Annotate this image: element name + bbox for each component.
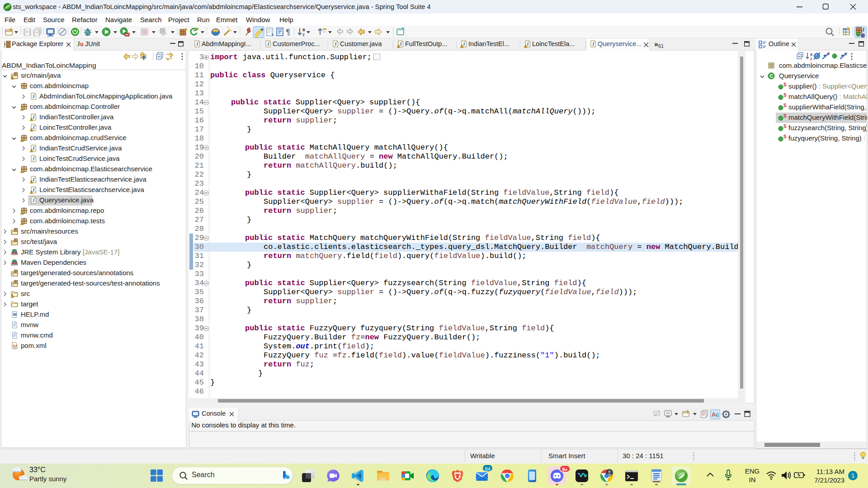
- svg-text:J: J: [862, 26, 865, 33]
- svg-text:S: S: [783, 124, 787, 129]
- svg-text:c: c: [716, 411, 719, 418]
- svg-text:S: S: [783, 135, 787, 139]
- svg-text:¶: ¶: [286, 28, 290, 37]
- svg-text:S: S: [783, 83, 787, 87]
- svg-text:z: z: [302, 32, 305, 37]
- svg-text:z: z: [810, 56, 812, 61]
- svg-text:a: a: [302, 27, 305, 32]
- svg-text:a: a: [810, 52, 813, 56]
- svg-text:S: S: [783, 114, 787, 118]
- svg-text:S: S: [783, 93, 787, 98]
- svg-text:S: S: [783, 103, 787, 108]
- svg-text:C: C: [770, 73, 774, 79]
